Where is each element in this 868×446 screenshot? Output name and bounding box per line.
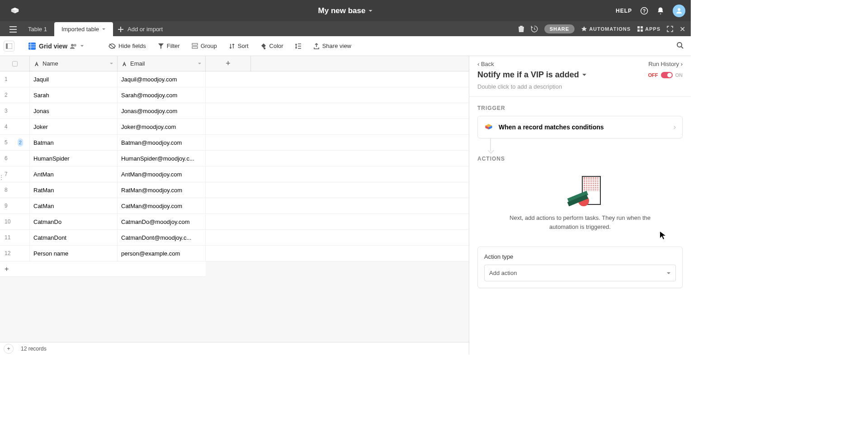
cell-email[interactable]: CatmanDo@moodjoy.com [118,214,206,229]
trigger-type-icon [484,123,493,132]
cell-email[interactable]: Sarah@moodjoy.com [118,87,206,103]
row-index: 10 [0,214,30,229]
help-link[interactable]: HELP [616,8,632,14]
toggle-switch[interactable] [661,72,673,78]
cell-name[interactable]: Jaquil [30,71,118,87]
cell-email[interactable]: Joker@moodjoy.com [118,119,206,134]
cell-name[interactable]: CatmanDont [30,230,118,245]
table-row[interactable]: 52BatmanBatman@moodjoy.com [0,135,469,151]
actions-illustration [557,176,603,207]
cell-email[interactable]: person@example.com [118,246,206,261]
top-header: My new base HELP ? [0,0,691,21]
chevron-down-icon[interactable] [198,62,202,66]
table-row[interactable]: 3JonasJonas@moodjoy.com [0,103,469,119]
add-column-button[interactable]: + [206,56,251,71]
trigger-section-label: TRIGGER [477,105,683,111]
cell-email[interactable]: CatMan@moodjoy.com [118,198,206,214]
table-row[interactable]: 9CatManCatMan@moodjoy.com [0,198,469,214]
footer-add-button[interactable]: + [4,344,14,354]
share-view-button[interactable]: Share view [309,40,356,52]
expand-icon[interactable] [667,26,673,32]
tab-imported-table[interactable]: Imported table [54,22,113,36]
run-history-link[interactable]: Run History › [648,61,683,67]
back-button[interactable]: ‹ Back [477,61,494,67]
cell-name[interactable]: Jonas [30,103,118,119]
cell-name[interactable]: CatmanDo [30,214,118,229]
share-button[interactable]: SHARE [544,24,575,33]
trash-icon[interactable] [518,25,524,33]
add-table-button[interactable]: Add or import [113,26,167,36]
apps-button[interactable]: APPS [637,26,660,32]
close-panel-button[interactable]: ✕ [679,25,685,33]
table-row[interactable]: 2SarahSarah@moodjoy.com [0,87,469,103]
cell-name[interactable]: Person name [30,246,118,261]
table-row[interactable]: 6HumanSpiderHumanSpider@moodjoy.c... [0,151,469,166]
svg-rect-9 [28,43,36,50]
select-all-checkbox[interactable] [0,56,30,71]
automations-button[interactable]: AUTOMATIONS [581,26,631,32]
cell-email[interactable]: CatmanDont@moodjoy.c... [118,230,206,245]
plus-icon [118,26,124,33]
base-title[interactable]: My new base [318,6,373,15]
row-index: 3 [0,103,30,119]
tab-table1[interactable]: Table 1 [21,22,54,36]
cell-email[interactable]: Jaquil@moodjoy.com [118,71,206,87]
share-icon [313,43,320,49]
app-logo-icon [10,6,20,16]
add-row-button[interactable]: + [0,261,206,277]
chevron-down-icon[interactable] [109,62,113,66]
svg-rect-4 [641,26,643,28]
cell-email[interactable]: RatMan@moodjoy.com [118,182,206,198]
group-button[interactable]: Group [187,40,222,52]
search-button[interactable] [673,38,687,54]
automation-description[interactable]: Double click to add a description [469,80,691,97]
cell-name[interactable]: Sarah [30,87,118,103]
cell-name[interactable]: CatMan [30,198,118,214]
table-row[interactable]: 4JokerJoker@moodjoy.com [0,119,469,135]
notification-icon[interactable] [656,7,665,15]
comment-badge[interactable]: 2 [18,138,23,147]
color-button[interactable]: Color [256,40,288,52]
add-action-dropdown[interactable]: Add action [484,265,676,281]
cell-name[interactable]: RatMan [30,182,118,198]
table-row[interactable]: 7AntManAntMan@moodjoy.com [0,166,469,182]
cell-email[interactable]: Batman@moodjoy.com [118,135,206,150]
filter-icon [158,43,164,49]
table-row[interactable]: 1JaquilJaquil@moodjoy.com [0,71,469,87]
svg-point-11 [74,44,76,47]
cell-name[interactable]: HumanSpider [30,151,118,166]
cell-name[interactable]: Batman [30,135,118,150]
table-row[interactable]: 12Person nameperson@example.com [0,246,469,261]
filter-button[interactable]: Filter [153,40,184,52]
table-row[interactable]: 10CatmanDoCatmanDo@moodjoy.com [0,214,469,230]
resize-handle[interactable]: ⋮ [0,174,4,181]
row-index: 6 [0,151,30,166]
svg-point-10 [71,44,74,47]
column-headers: Name Email + [0,56,469,71]
chevron-down-icon[interactable] [102,27,106,31]
chevron-down-icon [80,44,84,48]
sort-button[interactable]: Sort [224,40,253,52]
automation-toggle[interactable]: OFF ON [648,72,683,78]
table-row[interactable]: 11CatmanDontCatmanDont@moodjoy.c... [0,230,469,246]
help-icon[interactable]: ? [640,7,648,15]
menu-icon[interactable] [9,26,17,33]
user-avatar[interactable] [673,5,685,17]
row-index: 7 [0,166,30,182]
history-icon[interactable] [531,25,538,33]
automation-title[interactable]: Notify me if a VIP is added [477,70,587,80]
row-height-button[interactable] [291,40,306,52]
column-header-name[interactable]: Name [30,56,118,71]
table-row[interactable]: 8RatManRatMan@moodjoy.com [0,182,469,198]
grid-rows: 1JaquilJaquil@moodjoy.com2SarahSarah@moo… [0,71,469,261]
cell-name[interactable]: Joker [30,119,118,134]
cell-email[interactable]: HumanSpider@moodjoy.c... [118,151,206,166]
trigger-card[interactable]: When a record matches conditions › [477,116,683,138]
cell-name[interactable]: AntMan [30,166,118,182]
cell-email[interactable]: Jonas@moodjoy.com [118,103,206,119]
hide-fields-button[interactable]: Hide fields [104,40,151,52]
column-header-email[interactable]: Email [118,56,206,71]
cell-email[interactable]: AntMan@moodjoy.com [118,166,206,182]
view-switcher[interactable]: Grid view [24,42,88,50]
toggle-sidebar-button[interactable] [4,41,14,52]
